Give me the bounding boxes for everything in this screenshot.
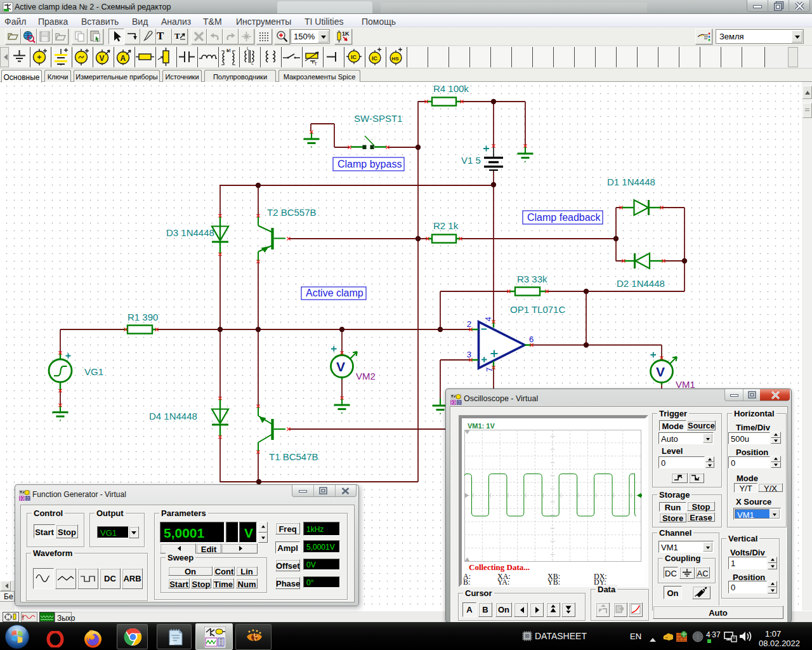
svg-text:IC: IC [351, 54, 357, 60]
svg-text:HS: HS [392, 56, 400, 62]
svg-text:D3 1N4448: D3 1N4448 [166, 227, 214, 238]
svg-text:SW-SPST1: SW-SPST1 [354, 113, 402, 124]
svg-text:R1 390: R1 390 [128, 312, 158, 322]
svg-text:V: V [656, 364, 665, 379]
svg-text:A: A [121, 54, 126, 63]
svg-text:Clamp bypass: Clamp bypass [337, 159, 402, 169]
svg-text:V1 5: V1 5 [461, 155, 481, 166]
svg-text:L: L [251, 61, 254, 65]
svg-text:6: 6 [529, 335, 534, 344]
svg-text:T: T [174, 31, 180, 41]
svg-text:T: T [314, 61, 317, 66]
svg-text:IC: IC [372, 55, 378, 62]
svg-text:Clamp feadback: Clamp feadback [527, 212, 601, 223]
svg-text:T1 BC547B: T1 BC547B [269, 451, 318, 462]
svg-text:R4 100k: R4 100k [433, 83, 469, 94]
svg-text:V: V [336, 359, 345, 374]
svg-text:L: L [247, 47, 249, 51]
svg-text:3: 3 [467, 350, 471, 359]
svg-text:V: V [100, 54, 105, 63]
svg-text:1K: 1K [342, 30, 350, 37]
svg-text:R2 1k: R2 1k [433, 220, 459, 231]
svg-text:4: 4 [483, 317, 493, 321]
svg-text:D4 1N4448: D4 1N4448 [149, 411, 197, 421]
svg-text:D2 1N4448: D2 1N4448 [617, 278, 665, 289]
svg-text:2: 2 [467, 319, 471, 329]
svg-text:VM2: VM2 [356, 371, 376, 381]
svg-text:D1 1N4448: D1 1N4448 [607, 176, 655, 187]
svg-text:Active clamp: Active clamp [306, 288, 363, 298]
svg-text:T2 BC557B: T2 BC557B [267, 207, 317, 218]
svg-text:OP1 TL071C: OP1 TL071C [510, 304, 565, 315]
svg-text:VG1: VG1 [84, 366, 103, 377]
svg-text:7: 7 [485, 368, 494, 372]
svg-text:R3 33k: R3 33k [517, 274, 547, 284]
